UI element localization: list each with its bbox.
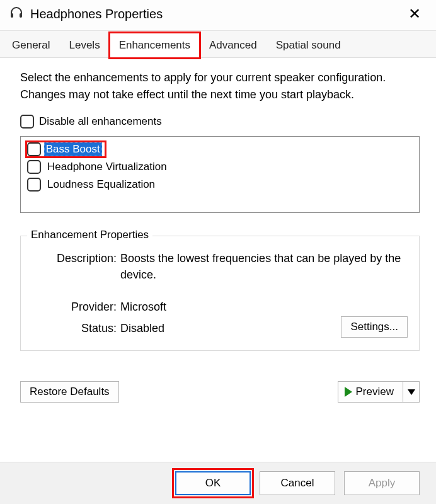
bass-boost-checkbox[interactable] [27, 142, 41, 156]
loudness-equalization-checkbox[interactable] [27, 178, 41, 192]
list-item[interactable]: Headphone Virtualization [27, 158, 419, 176]
window-title: Headphones Properties [30, 7, 163, 21]
cancel-button[interactable]: Cancel [260, 471, 335, 495]
status-value: Disabled [120, 322, 164, 335]
headphone-virtualization-label: Headphone Virtualization [47, 161, 167, 173]
tab-content: Select the enhancements to apply for you… [0, 58, 436, 462]
settings-button[interactable]: Settings... [341, 316, 408, 338]
preview-dropdown[interactable] [403, 381, 420, 403]
list-item[interactable]: Bass Boost [27, 140, 419, 158]
preview-button[interactable]: Preview [338, 381, 403, 403]
tab-spatial-sound[interactable]: Spatial sound [267, 33, 350, 58]
loudness-equalization-label: Loudness Equalization [47, 178, 155, 191]
tabstrip: General Levels Enhancements Advanced Spa… [0, 30, 436, 58]
apply-button[interactable]: Apply [344, 471, 420, 495]
dialog-button-bar: OK Cancel Apply [0, 462, 436, 504]
description-value: Boosts the lowest frequencies that can b… [120, 250, 408, 283]
tab-levels[interactable]: Levels [59, 33, 109, 58]
list-item[interactable]: Loudness Equalization [27, 176, 419, 193]
tab-advanced[interactable]: Advanced [200, 33, 267, 58]
properties-window: Headphones Properties ✕ General Levels E… [0, 0, 436, 504]
titlebar: Headphones Properties ✕ [0, 0, 436, 30]
close-button[interactable]: ✕ [399, 4, 430, 24]
provider-value: Microsoft [120, 301, 166, 314]
tab-enhancements[interactable]: Enhancements [110, 33, 200, 58]
status-label: Status: [51, 322, 120, 335]
svg-rect-0 [11, 13, 13, 18]
enhancement-properties-group: Enhancement Properties Description: Boos… [20, 236, 420, 351]
description-label: Description: [51, 250, 120, 283]
tab-general[interactable]: General [3, 33, 59, 58]
disable-all-row[interactable]: Disable all enhancements [20, 115, 420, 129]
group-legend: Enhancement Properties [27, 229, 152, 241]
svg-rect-1 [20, 13, 22, 18]
ok-button[interactable]: OK [175, 471, 251, 495]
intro-text: Select the enhancements to apply for you… [20, 69, 420, 103]
headphone-virtualization-checkbox[interactable] [27, 160, 41, 174]
bass-boost-label: Bass Boost [44, 142, 102, 156]
headphones-icon [9, 5, 24, 23]
provider-label: Provider: [51, 301, 120, 314]
restore-defaults-button[interactable]: Restore Defaults [20, 381, 119, 403]
enhancements-list[interactable]: Bass Boost Headphone Virtualization Loud… [20, 136, 420, 213]
preview-splitbutton[interactable]: Preview [338, 381, 420, 403]
disable-all-label: Disable all enhancements [39, 115, 162, 128]
disable-all-checkbox[interactable] [20, 115, 34, 129]
preview-label: Preview [356, 386, 394, 398]
chevron-down-icon [408, 389, 415, 395]
play-icon [345, 387, 352, 397]
